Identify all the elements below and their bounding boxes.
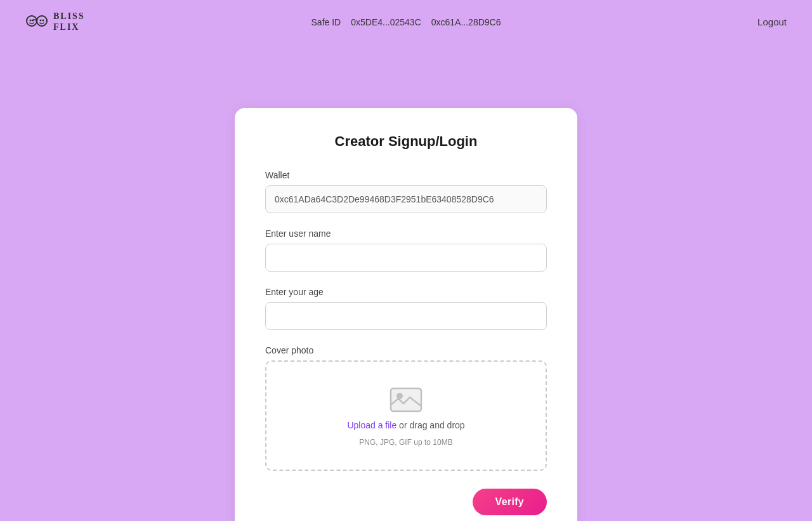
upload-hint: PNG, JPG, GIF up to 10MB [359,438,452,447]
upload-drag-text: or drag and drop [396,420,464,430]
age-input[interactable] [265,302,547,330]
svg-point-1 [37,16,47,26]
cover-photo-group: Cover photo Upload a file or drag and dr… [265,345,547,471]
nav-center: Safe ID 0x5DE4...02543C 0xc61A...28D9C6 [311,17,501,27]
upload-area[interactable]: Upload a file or drag and drop PNG, JPG,… [265,360,547,471]
nav-right: Logout [757,16,787,28]
navbar: BLISS FLIX Safe ID 0x5DE4...02543C 0xc61… [0,0,812,44]
form-title: Creator Signup/Login [265,133,547,150]
username-input[interactable] [265,244,547,272]
logo-text: BLISS FLIX [53,11,85,33]
logo-area: BLISS FLIX [25,11,85,33]
wallet-input[interactable] [265,185,547,213]
wallet-group: Wallet [265,170,547,213]
main-content: Creator Signup/Login Wallet Enter user n… [0,44,812,521]
age-group: Enter your age [265,287,547,330]
svg-point-5 [43,20,44,22]
age-label: Enter your age [265,287,547,297]
form-card: Creator Signup/Login Wallet Enter user n… [235,108,577,521]
image-placeholder-icon [390,385,422,412]
upload-link[interactable]: Upload a file [347,420,396,430]
svg-rect-6 [391,388,421,411]
safe-id-label: Safe ID [311,17,341,27]
svg-point-3 [32,20,34,22]
username-group: Enter user name [265,228,547,272]
logo-icon [25,12,48,32]
safe-id-value: 0x5DE4...02543C [351,17,421,27]
wallet-label: Wallet [265,170,547,180]
verify-btn-row: Verify [265,489,547,515]
logout-button[interactable]: Logout [757,16,787,27]
username-label: Enter user name [265,228,547,239]
svg-point-4 [40,20,42,22]
svg-point-2 [30,20,32,22]
svg-point-7 [396,393,403,399]
wallet-address-short: 0xc61A...28D9C6 [431,17,501,27]
verify-button[interactable]: Verify [473,489,547,515]
cover-photo-label: Cover photo [265,345,547,355]
upload-text: Upload a file or drag and drop [347,420,464,430]
